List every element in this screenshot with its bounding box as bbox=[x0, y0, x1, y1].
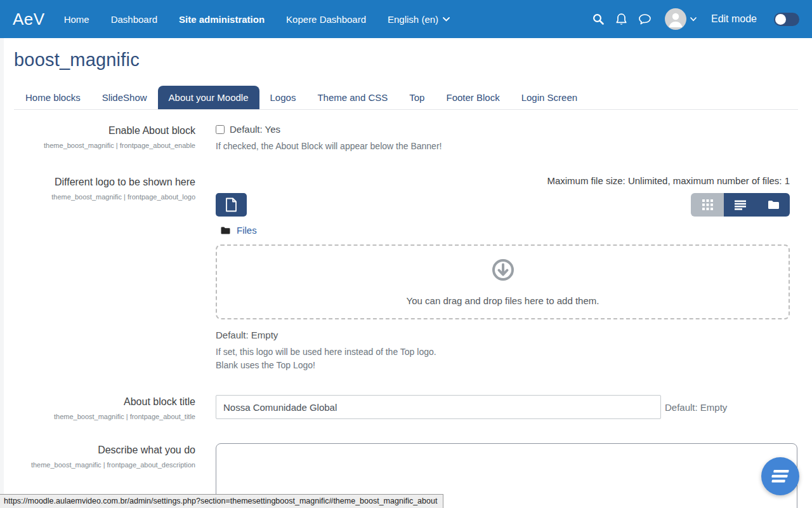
setting-id: theme_boost_magnific | frontpage_about_l… bbox=[14, 193, 195, 201]
checkbox-label: Default: Yes bbox=[230, 124, 280, 135]
dropzone-text: You can drag and drop files here to add … bbox=[407, 295, 599, 306]
view-mode-group bbox=[691, 193, 790, 217]
tree-view-button[interactable] bbox=[757, 193, 790, 217]
settings-form: Enable About block theme_boost_magnific … bbox=[14, 124, 798, 508]
files-breadcrumb: Files bbox=[216, 225, 790, 236]
tab-about-your-moodle[interactable]: About your Moodle bbox=[158, 86, 259, 109]
tab-logos[interactable]: Logos bbox=[259, 86, 307, 109]
description-line-1: If set, this logo will be used here inst… bbox=[216, 345, 790, 359]
toggle-knob bbox=[775, 14, 786, 25]
setting-description: If set, this logo will be used here inst… bbox=[216, 345, 790, 372]
tab-footer-block[interactable]: Footer Block bbox=[435, 86, 510, 109]
language-label: English (en) bbox=[388, 14, 438, 25]
folder-view-icon bbox=[768, 200, 780, 210]
setting-id: theme_boost_magnific | frontpage_about_t… bbox=[14, 413, 195, 420]
setting-label: Enable About block bbox=[14, 124, 195, 137]
download-arrow-icon bbox=[491, 258, 515, 282]
menu-lines-icon bbox=[769, 469, 791, 483]
chat-bubble-icon bbox=[638, 13, 652, 25]
link-preview-statusbar: https://moodle.aulaemvideo.com.br/admin/… bbox=[0, 494, 443, 508]
tab-home-blocks[interactable]: Home blocks bbox=[15, 86, 91, 109]
description-line-2: Blank uses the Top Logo! bbox=[216, 359, 790, 372]
default-note: Default: Empty bbox=[216, 330, 790, 340]
setting-label: About block title bbox=[14, 396, 195, 408]
page-title: boost_magnific bbox=[14, 50, 798, 70]
setting-row-about-title: About block title theme_boost_magnific |… bbox=[14, 395, 798, 420]
search-button[interactable] bbox=[593, 13, 605, 25]
messages-button[interactable] bbox=[638, 13, 652, 25]
nav-item-kopere-dashboard[interactable]: Kopere Dashboard bbox=[286, 14, 366, 25]
settings-tab-bar: Home blocks SlideShow About your Moodle … bbox=[14, 86, 798, 110]
language-menu[interactable]: English (en) bbox=[388, 14, 450, 25]
add-file-button[interactable] bbox=[216, 193, 247, 217]
grid-view-icon bbox=[702, 199, 713, 210]
files-folder-link[interactable]: Files bbox=[237, 225, 257, 236]
grid-view-button[interactable] bbox=[691, 193, 724, 217]
primary-nav: Home Dashboard Site administration Koper… bbox=[64, 14, 450, 25]
edit-mode-label: Edit mode bbox=[711, 13, 757, 25]
list-view-icon bbox=[735, 200, 746, 210]
setting-label: Different logo to be shown here bbox=[14, 176, 195, 189]
filemanager-toolbar bbox=[216, 193, 790, 217]
search-icon bbox=[593, 13, 605, 25]
user-menu[interactable] bbox=[665, 8, 697, 30]
tab-slideshow[interactable]: SlideShow bbox=[91, 86, 158, 109]
tab-login-screen[interactable]: Login Screen bbox=[511, 86, 588, 109]
file-limits-note: Maximum file size: Unlimited, maximum nu… bbox=[216, 175, 790, 186]
tab-theme-and-css[interactable]: Theme and CSS bbox=[306, 86, 398, 109]
page-edge bbox=[0, 38, 4, 508]
bell-icon bbox=[615, 13, 627, 26]
chevron-down-icon bbox=[690, 17, 697, 22]
list-view-button[interactable] bbox=[724, 193, 757, 217]
tab-top[interactable]: Top bbox=[398, 86, 435, 109]
nav-item-home[interactable]: Home bbox=[64, 14, 89, 25]
default-note: Default: Empty bbox=[665, 402, 727, 413]
chevron-down-icon bbox=[443, 17, 450, 22]
fab-button[interactable] bbox=[761, 457, 799, 495]
setting-row-enable-about: Enable About block theme_boost_magnific … bbox=[14, 124, 798, 152]
top-navbar: AeV Home Dashboard Site administration K… bbox=[0, 0, 812, 38]
moodle-admin-page: AeV Home Dashboard Site administration K… bbox=[0, 0, 812, 508]
setting-row-about-logo: Different logo to be shown here theme_bo… bbox=[14, 175, 798, 372]
file-dropzone[interactable]: You can drag and drop files here to add … bbox=[216, 244, 790, 319]
avatar bbox=[665, 8, 686, 30]
about-title-input[interactable] bbox=[216, 395, 661, 419]
setting-id: theme_boost_magnific | frontpage_about_e… bbox=[14, 142, 195, 149]
notifications-button[interactable] bbox=[615, 13, 627, 26]
nav-item-dashboard[interactable]: Dashboard bbox=[111, 14, 157, 25]
setting-id: theme_boost_magnific | frontpage_about_d… bbox=[14, 461, 195, 469]
enable-about-checkbox-row: Default: Yes bbox=[216, 124, 790, 135]
setting-label: Describe what you do bbox=[14, 444, 195, 457]
setting-description: If checked, the About Block will appear … bbox=[216, 140, 790, 152]
nav-item-site-administration[interactable]: Site administration bbox=[179, 14, 265, 25]
site-logo[interactable]: AeV bbox=[13, 10, 45, 29]
document-icon bbox=[225, 197, 237, 212]
main-content: boost_magnific Home blocks SlideShow Abo… bbox=[0, 38, 812, 508]
folder-icon bbox=[221, 227, 230, 234]
edit-mode-toggle[interactable] bbox=[774, 13, 799, 26]
enable-about-checkbox[interactable] bbox=[216, 125, 225, 134]
